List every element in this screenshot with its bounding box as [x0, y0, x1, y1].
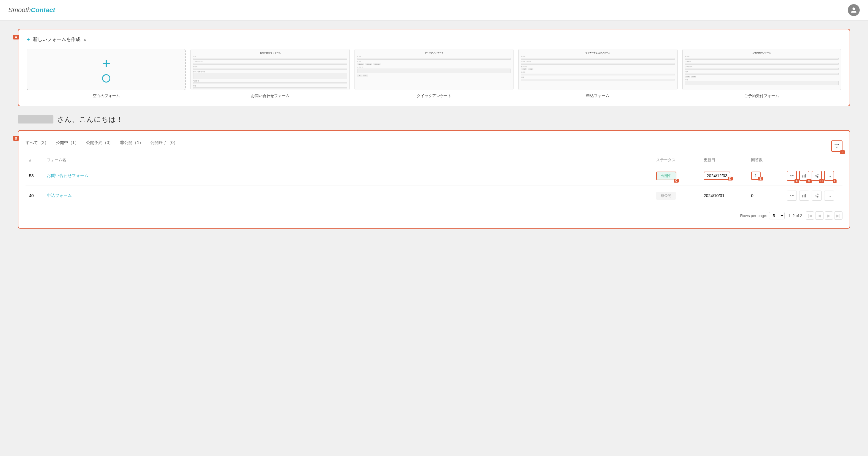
quick-preview: クイックアンケート 質問1 質問2 □ 選択肢A □ 選択肢B □ 選択肢C コ…: [354, 49, 514, 90]
d-badge: D: [728, 177, 733, 180]
f-badge: F: [795, 179, 799, 183]
svg-rect-12: [802, 195, 803, 197]
tab-private[interactable]: 非公開（1）: [120, 139, 143, 147]
form-link-1[interactable]: お問い合わせフォーム: [47, 173, 88, 178]
main-content: A + 新しいフォームを作成 ∧ + 空白のフォーム: [0, 21, 868, 237]
status-tabs: すべて（2） 公開中（1） 公開予約（0） 非公開（1） 公開終了（0）: [26, 139, 178, 147]
svg-line-11: [816, 175, 817, 175]
svg-point-15: [817, 194, 818, 195]
row-status-2: 非公開: [653, 186, 700, 206]
col-answers: 回答数: [748, 154, 783, 166]
svg-point-16: [815, 195, 816, 196]
rows-per-page-select[interactable]: 5 10 25: [769, 212, 785, 219]
share-icon: [815, 174, 819, 178]
row-name-2: 申込フォーム: [43, 186, 653, 206]
table-row: 40 申込フォーム 非公開 2024/10/31 0 ✏: [26, 186, 842, 206]
blank-label: 空白のフォーム: [93, 93, 120, 98]
page-info: 1–2 of 2: [788, 213, 802, 218]
template-quick[interactable]: クイックアンケート 質問1 質問2 □ 選択肢A □ 選択肢B □ 選択肢C コ…: [354, 49, 514, 98]
bar-chart-icon: [802, 174, 806, 178]
last-page-button[interactable]: ▶|: [834, 211, 842, 220]
quick-label: クイックアンケート: [417, 93, 452, 98]
tab-all[interactable]: すべて（2）: [26, 139, 49, 147]
svg-rect-14: [805, 194, 805, 197]
more-button-2[interactable]: ···: [824, 191, 834, 201]
page-navigation: |◀ ◀ ▶ ▶|: [806, 211, 842, 220]
svg-point-9: [817, 176, 818, 177]
i-badge: I: [833, 179, 837, 183]
template-reservation[interactable]: ご予約受付フォーム お名前 ご連絡先 ご希望日時 人数 ○ 希望A ○ 希望B …: [682, 49, 841, 98]
contact-mini-form: お問い合わせフォーム 名前 メールアドレス 会社名 お問い合わせ内容 電話番号 …: [191, 49, 349, 90]
svg-rect-4: [802, 175, 803, 177]
corner-j-badge: J: [840, 150, 845, 154]
svg-point-7: [817, 174, 818, 175]
header: SmoothContact: [0, 0, 868, 21]
logo-smooth: Smooth: [8, 6, 31, 13]
row-name-1: お問い合わせフォーム: [43, 166, 653, 186]
tab-ended[interactable]: 公開終了（0）: [150, 139, 178, 147]
quick-mini-form: クイックアンケート 質問1 質問2 □ 選択肢A □ 選択肢B □ 選択肢C コ…: [355, 49, 513, 90]
contact-label: お問い合わせフォーム: [251, 93, 289, 98]
col-updated: 更新日: [700, 154, 748, 166]
action-icons-row1: ✏ F G: [787, 171, 839, 181]
pagination: Rows per page: 5 10 25 1–2 of 2 |◀ ◀ ▶ ▶…: [26, 211, 842, 220]
section-b-badge: B: [13, 136, 19, 141]
form-link-2[interactable]: 申込フォーム: [47, 193, 72, 198]
row-actions-1: ✏ F G: [783, 166, 842, 186]
reservation-mini-form: ご予約受付フォーム お名前 ご連絡先 ご希望日時 人数 ○ 希望A ○ 希望B …: [683, 49, 841, 90]
rows-per-page: Rows per page: 5 10 25: [740, 212, 785, 219]
new-form-section: A + 新しいフォームを作成 ∧ + 空白のフォーム: [18, 29, 850, 106]
share-button-2[interactable]: [812, 191, 822, 201]
c-badge: C: [674, 179, 679, 182]
bar-chart-icon-2: [802, 194, 806, 198]
reservation-preview: ご予約受付フォーム お名前 ご連絡先 ご希望日時 人数 ○ 希望A ○ 希望B …: [682, 49, 841, 90]
edit-button-2[interactable]: ✏: [787, 191, 797, 201]
person-icon: [850, 7, 857, 13]
reservation-label: ご予約受付フォーム: [744, 93, 779, 98]
signup-preview: セミナー申し込みフォーム お名前 メールアドレス 参加日程 □ 日程A □ 日程…: [518, 49, 677, 90]
svg-line-10: [816, 176, 817, 177]
first-page-button[interactable]: |◀: [806, 211, 814, 220]
status-badge-public: 公開中: [656, 172, 676, 180]
new-form-header: + 新しいフォームを作成 ∧: [27, 36, 841, 43]
logo-contact: Contact: [31, 6, 55, 13]
table-body: 53 お問い合わせフォーム 公開中 C 2024/12/: [26, 166, 842, 206]
col-actions: [783, 154, 842, 166]
forms-list-panel: すべて（2） 公開中（1） 公開予約（0） 非公開（1） 公開終了（0）: [18, 130, 850, 229]
h-badge: H: [819, 179, 824, 183]
row-actions-2: ✏ ···: [783, 186, 842, 206]
svg-point-8: [815, 175, 816, 176]
svg-line-18: [816, 196, 817, 197]
g-badge: G: [806, 179, 812, 183]
greeting-text: さん、こんにちは！: [57, 115, 123, 124]
prev-page-button[interactable]: ◀: [815, 211, 824, 220]
tab-public[interactable]: 公開中（1）: [56, 139, 79, 147]
stats-button-2[interactable]: [799, 191, 809, 201]
tabs-and-corner: すべて（2） 公開中（1） 公開予約（0） 非公開（1） 公開終了（0）: [26, 139, 842, 153]
templates-row: + 空白のフォーム お問い合わせフォーム 名前 メールアドレス 会社名 お問い合…: [27, 49, 841, 98]
avatar-button[interactable]: [848, 4, 860, 16]
app-logo: SmoothContact: [8, 6, 55, 14]
next-page-button[interactable]: ▶: [825, 211, 833, 220]
svg-rect-5: [804, 175, 804, 177]
row-id-1: 53: [26, 166, 43, 186]
template-blank[interactable]: + 空白のフォーム: [27, 49, 186, 98]
table-header: # フォーム名 ステータス 更新日 回答数: [26, 154, 842, 166]
template-signup[interactable]: セミナー申し込みフォーム お名前 メールアドレス 参加日程 □ 日程A □ 日程…: [518, 49, 677, 98]
svg-line-19: [816, 195, 817, 195]
new-form-title: 新しいフォームを作成: [33, 36, 81, 43]
blank-circle-icon: [102, 74, 111, 83]
tab-scheduled[interactable]: 公開予約（0）: [86, 139, 113, 147]
plus-icon: +: [27, 36, 30, 43]
greeting: さん、こんにちは！: [18, 115, 850, 124]
col-num: #: [26, 154, 43, 166]
signup-label: 申込フォーム: [586, 93, 609, 98]
row-id-2: 40: [26, 186, 43, 206]
svg-rect-13: [804, 195, 804, 197]
new-form-panel: + 新しいフォームを作成 ∧ + 空白のフォーム お問い: [18, 29, 850, 106]
row-answers-2: 0: [748, 186, 783, 206]
updated-date-1: 2024/12/03: [704, 172, 731, 180]
col-name: フォーム名: [43, 154, 653, 166]
template-contact[interactable]: お問い合わせフォーム 名前 メールアドレス 会社名 お問い合わせ内容 電話番号 …: [190, 49, 349, 98]
status-badge-private: 非公開: [656, 192, 676, 200]
